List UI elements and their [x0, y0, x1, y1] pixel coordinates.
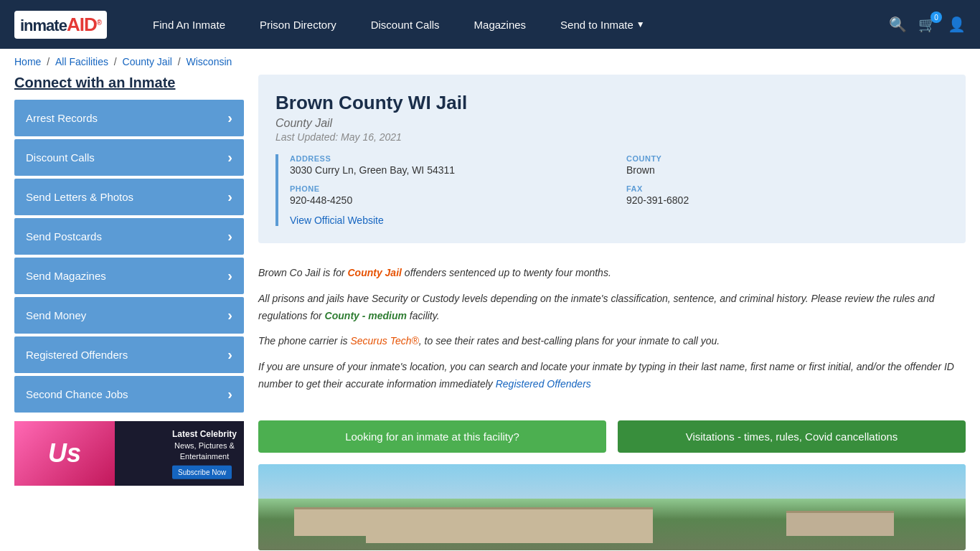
logo[interactable]: inmateAID® [14, 11, 107, 39]
chevron-right-icon: › [227, 189, 232, 205]
dropdown-arrow-icon: ▼ [636, 19, 645, 29]
sidebar: Connect with an Inmate Arrest Records › … [14, 75, 244, 550]
ad-text: Latest Celebrity News, Pictures & Entert… [172, 428, 237, 479]
ad-subscribe-button[interactable]: Subscribe Now [172, 465, 232, 479]
address-label: ADDRESS [290, 154, 612, 163]
sidebar-item-send-magazines[interactable]: Send Magazines › [14, 258, 244, 294]
facility-name: Brown County WI Jail [275, 92, 948, 114]
nav-find-inmate[interactable]: Find An Inmate [136, 0, 242, 49]
sidebar-item-label: Send Magazines [26, 270, 106, 282]
content-area: Brown County WI Jail County Jail Last Up… [258, 75, 966, 550]
fax-label: FAX [626, 184, 948, 193]
info-grid: ADDRESS 3030 Curry Ln, Green Bay, WI 543… [290, 154, 948, 206]
sidebar-item-label: Send Postcards [26, 230, 102, 242]
visitation-button[interactable]: Visitations - times, rules, Covid cancel… [618, 420, 966, 453]
official-website-link[interactable]: View Official Website [290, 215, 384, 226]
sidebar-item-label: Send Money [26, 309, 86, 321]
phone-label: PHONE [290, 184, 612, 193]
sidebar-item-label: Arrest Records [26, 112, 98, 124]
chevron-right-icon: › [227, 110, 232, 126]
phone-value: 920-448-4250 [290, 194, 612, 206]
nav-discount-calls[interactable]: Discount Calls [354, 0, 457, 49]
fax-value: 920-391-6802 [626, 194, 948, 206]
desc-p3: The phone carrier is Securus Tech®, to s… [258, 333, 966, 350]
breadcrumb-home[interactable]: Home [14, 56, 41, 67]
sidebar-item-arrest-records[interactable]: Arrest Records › [14, 100, 244, 136]
breadcrumb: Home / All Facilities / County Jail / Wi… [0, 49, 980, 75]
facility-updated: Last Updated: May 16, 2021 [275, 131, 948, 143]
sidebar-item-label: Discount Calls [26, 151, 95, 164]
main-container: Connect with an Inmate Arrest Records › … [0, 75, 980, 551]
facility-type: County Jail [275, 117, 948, 130]
ad-banner[interactable]: Us Latest Celebrity News, Pictures & Ent… [14, 421, 244, 486]
facility-image [258, 464, 966, 550]
breadcrumb-all-facilities[interactable]: All Facilities [55, 56, 108, 67]
description: Brown Co Jail is for County Jail offende… [258, 258, 966, 409]
sidebar-item-label: Send Letters & Photos [26, 191, 133, 203]
nav-magazines[interactable]: Magazines [457, 0, 544, 49]
find-inmate-button[interactable]: Looking for an inmate at this facility? [258, 420, 606, 453]
address-block: ADDRESS 3030 Curry Ln, Green Bay, WI 543… [290, 154, 612, 176]
sidebar-item-send-letters[interactable]: Send Letters & Photos › [14, 179, 244, 215]
county-block: COUNTY Brown [626, 154, 948, 176]
county-label: COUNTY [626, 154, 948, 163]
county-jail-link[interactable]: County Jail [347, 267, 401, 278]
logo-text: inmateAID® [20, 14, 101, 36]
sidebar-item-discount-calls[interactable]: Discount Calls › [14, 139, 244, 176]
chevron-right-icon: › [227, 386, 232, 402]
county-value: Brown [626, 164, 948, 176]
user-icon[interactable]: 👤 [948, 16, 966, 33]
chevron-right-icon: › [227, 228, 232, 245]
sidebar-item-label: Registered Offenders [26, 349, 128, 361]
desc-p4: If you are unsure of your inmate's locat… [258, 359, 966, 393]
action-buttons: Looking for an inmate at this facility? … [258, 420, 966, 453]
chevron-right-icon: › [227, 268, 232, 284]
county-medium-link[interactable]: County - medium [325, 310, 407, 321]
sidebar-item-send-postcards[interactable]: Send Postcards › [14, 218, 244, 255]
chevron-right-icon: › [227, 347, 232, 363]
nav-links: Find An Inmate Prison Directory Discount… [136, 0, 889, 49]
desc-p1: Brown Co Jail is for County Jail offende… [258, 265, 966, 282]
chevron-right-icon: › [227, 149, 232, 166]
ad-logo: Us [48, 438, 81, 468]
navigation: inmateAID® Find An Inmate Prison Directo… [0, 0, 980, 49]
breadcrumb-county-jail[interactable]: County Jail [123, 56, 172, 67]
phone-block: PHONE 920-448-4250 [290, 184, 612, 206]
cart-icon[interactable]: 🛒 0 [918, 16, 936, 33]
nav-send-to-inmate[interactable]: Send to Inmate ▼ [543, 0, 662, 49]
facility-info: ADDRESS 3030 Curry Ln, Green Bay, WI 543… [275, 154, 948, 226]
address-value: 3030 Curry Ln, Green Bay, WI 54311 [290, 164, 612, 176]
chevron-right-icon: › [227, 307, 232, 324]
securus-tech-link[interactable]: Securus Tech® [350, 335, 418, 347]
registered-offenders-link[interactable]: Registered Offenders [496, 378, 591, 390]
sidebar-item-registered-offenders[interactable]: Registered Offenders › [14, 336, 244, 373]
search-icon[interactable]: 🔍 [889, 16, 907, 33]
nav-icons: 🔍 🛒 0 👤 [889, 16, 966, 33]
facility-card: Brown County WI Jail County Jail Last Up… [258, 75, 966, 243]
nav-prison-directory[interactable]: Prison Directory [242, 0, 354, 49]
sidebar-title: Connect with an Inmate [14, 75, 244, 91]
sidebar-item-second-chance-jobs[interactable]: Second Chance Jobs › [14, 376, 244, 413]
desc-p2: All prisons and jails have Security or C… [258, 291, 966, 325]
breadcrumb-wisconsin[interactable]: Wisconsin [187, 56, 232, 67]
fax-block: FAX 920-391-6802 [626, 184, 948, 206]
sidebar-item-send-money[interactable]: Send Money › [14, 297, 244, 334]
cart-badge: 0 [930, 11, 942, 23]
sidebar-item-label: Second Chance Jobs [26, 388, 128, 400]
